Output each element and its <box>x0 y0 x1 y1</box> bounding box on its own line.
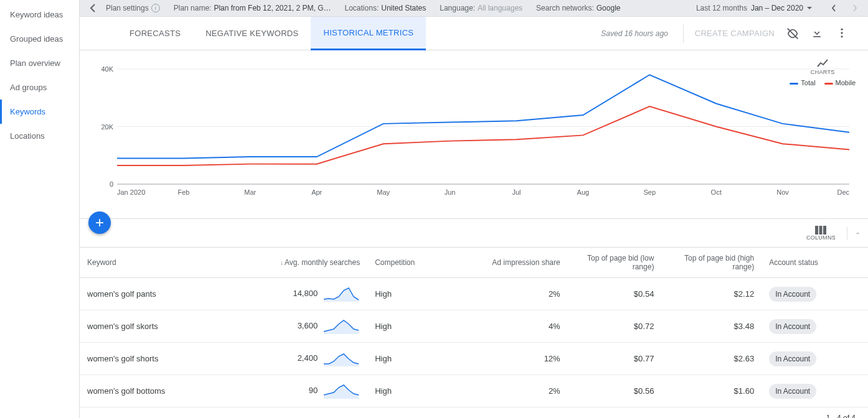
svg-text:Feb: Feb <box>177 188 189 196</box>
columns-label: COLUMNS <box>806 235 836 241</box>
cell-status: In Account <box>762 375 868 407</box>
cell-competition: High <box>367 343 461 375</box>
cell-low-bid: $0.54 <box>568 278 662 310</box>
cell-keyword: women's golf shorts <box>80 343 248 375</box>
daterange-dropdown-icon[interactable] <box>807 7 812 9</box>
status-chip: In Account <box>769 287 816 302</box>
keywords-table: Keyword ↓Avg. monthly searches Competiti… <box>80 248 868 407</box>
col-status[interactable]: Account status <box>762 248 868 278</box>
svg-point-2 <box>841 35 842 37</box>
svg-text:Sep: Sep <box>643 188 656 196</box>
tabs-bar: FORECASTS NEGATIVE KEYWORDS HISTORICAL M… <box>80 17 868 50</box>
cell-keyword: women's golf skorts <box>80 310 248 343</box>
cell-high-bid: $1.60 <box>661 375 762 407</box>
table-row[interactable]: women's golf shorts2,400High12%$0.77$2.6… <box>80 343 868 375</box>
legend-total-swatch <box>790 83 798 85</box>
table-area: + COLUMNS Keyword ↓Avg. monthly searches… <box>80 219 868 418</box>
sidebar-item-plan-overview[interactable]: Plan overview <box>0 51 79 75</box>
cell-low-bid: $0.56 <box>568 375 662 407</box>
charts-toggle-icon[interactable]: CHARTS <box>790 59 856 75</box>
daterange-prefix: Last 12 months <box>696 4 747 12</box>
col-searches[interactable]: ↓Avg. monthly searches <box>248 248 367 278</box>
more-icon[interactable] <box>836 27 849 40</box>
sidebar-item-grouped-ideas[interactable]: Grouped ideas <box>0 27 79 51</box>
svg-text:0: 0 <box>110 180 113 188</box>
cell-impression: 4% <box>461 310 568 343</box>
legend-total-label: Total <box>801 79 815 86</box>
col-impression-share[interactable]: Ad impression share <box>461 248 568 278</box>
sort-desc-icon: ↓ <box>280 259 283 266</box>
sidebar-item-ad-groups[interactable]: Ad groups <box>0 75 79 100</box>
plan-name-label: Plan name: <box>174 4 212 12</box>
sidebar-item-locations[interactable]: Locations <box>0 124 79 148</box>
cell-high-bid: $2.12 <box>661 278 762 310</box>
table-row[interactable]: women's golf skorts3,600High4%$0.72$3.48… <box>80 310 868 343</box>
networks-value[interactable]: Google <box>597 4 621 12</box>
trend-chart: 020K40KJan 2020FebMarAprMayJunJulAugSepO… <box>92 63 856 200</box>
svg-text:Oct: Oct <box>711 188 722 196</box>
tab-negative-keywords[interactable]: NEGATIVE KEYWORDS <box>193 17 311 50</box>
download-icon[interactable] <box>811 27 824 40</box>
chart-panel: CHARTS Total Mobile 020K40KJan 2020FebMa… <box>80 50 868 219</box>
sidebar: Keyword ideas Grouped ideas Plan overvie… <box>0 0 80 418</box>
cell-competition: High <box>367 278 461 310</box>
columns-button[interactable]: COLUMNS <box>806 226 836 241</box>
cell-searches: 14,800 <box>248 278 367 310</box>
cell-keyword: women's golf pants <box>80 278 248 310</box>
locations-label: Locations: <box>345 4 379 12</box>
language-label: Language: <box>440 4 475 12</box>
charts-label: CHARTS <box>811 69 835 75</box>
col-high-bid[interactable]: Top of page bid (high range) <box>661 248 762 278</box>
cell-low-bid: $0.77 <box>568 343 662 375</box>
tab-historical-metrics[interactable]: HISTORICAL METRICS <box>311 17 426 50</box>
tab-forecasts[interactable]: FORECASTS <box>117 17 193 50</box>
svg-point-1 <box>841 32 842 34</box>
sparkline <box>324 284 360 304</box>
main: Plan settings i Plan name: Plan from Feb… <box>80 0 868 418</box>
sidebar-item-keyword-ideas[interactable]: Keyword ideas <box>0 2 79 27</box>
col-keyword[interactable]: Keyword <box>80 248 248 278</box>
sidebar-item-keywords[interactable]: Keywords <box>0 100 79 124</box>
plan-name-value[interactable]: Plan from Feb 12, 2021, 2 PM, G… <box>214 4 331 12</box>
cell-impression: 2% <box>461 278 568 310</box>
add-keyword-button[interactable]: + <box>88 211 111 234</box>
cell-status: In Account <box>762 278 868 310</box>
cell-searches: 3,600 <box>248 310 367 343</box>
info-icon[interactable]: i <box>151 4 160 12</box>
svg-text:Jun: Jun <box>445 188 456 196</box>
legend-mobile-swatch <box>824 83 833 85</box>
svg-rect-22 <box>819 226 823 235</box>
col-low-bid[interactable]: Top of page bid (low range) <box>568 248 662 278</box>
status-chip: In Account <box>769 319 816 334</box>
date-next-icon <box>847 0 863 16</box>
svg-text:40K: 40K <box>101 65 113 73</box>
table-row[interactable]: women's golf pants14,800High2%$0.54$2.12… <box>80 278 868 310</box>
create-campaign-button: CREATE CAMPAIGN <box>683 24 775 43</box>
daterange-value[interactable]: Jan – Dec 2020 <box>751 4 803 12</box>
svg-text:20K: 20K <box>101 123 113 131</box>
sparkline <box>324 317 360 336</box>
svg-rect-23 <box>823 226 826 235</box>
cell-status: In Account <box>762 343 868 375</box>
svg-text:Jul: Jul <box>512 188 521 196</box>
cell-competition: High <box>367 310 461 343</box>
cell-impression: 12% <box>461 343 568 375</box>
locations-value[interactable]: United States <box>381 4 426 12</box>
networks-label: Search networks: <box>536 4 594 12</box>
collapse-icon[interactable] <box>85 0 101 16</box>
legend-mobile-label: Mobile <box>836 79 856 86</box>
hidden-icon[interactable] <box>786 27 800 40</box>
svg-point-0 <box>841 28 842 30</box>
cell-keyword: women's golf bottoms <box>80 375 248 407</box>
col-competition[interactable]: Competition <box>367 248 461 278</box>
svg-text:Dec: Dec <box>837 188 849 196</box>
saved-status: Saved 16 hours ago <box>601 29 668 38</box>
language-value[interactable]: All languages <box>478 4 522 12</box>
cell-status: In Account <box>762 310 868 343</box>
svg-text:Aug: Aug <box>577 188 590 196</box>
table-row[interactable]: women's golf bottoms90High2%$0.56$1.60In… <box>80 375 868 407</box>
plan-settings-label: Plan settings <box>106 4 149 12</box>
date-prev-icon[interactable] <box>826 0 842 16</box>
expand-table-button[interactable] <box>847 227 859 239</box>
table-toolbar: + COLUMNS <box>80 219 868 248</box>
